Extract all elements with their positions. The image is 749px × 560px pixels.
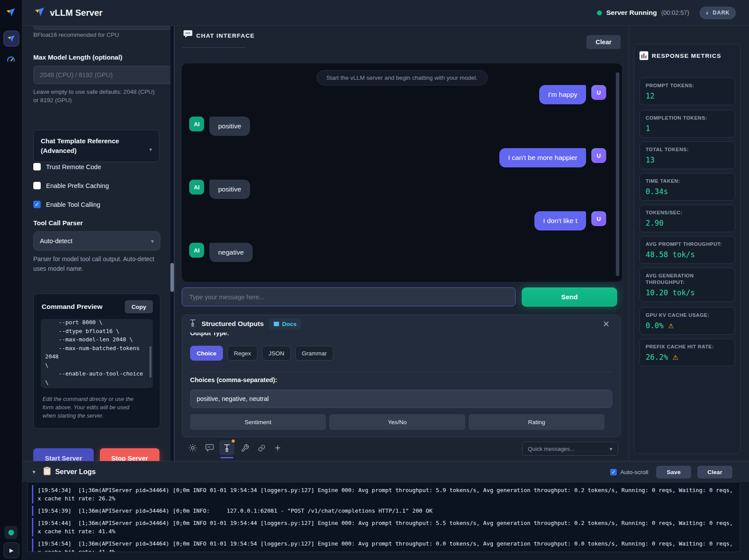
command-code: --port 8000 \ --dtype bfloat16 \ --max-m…	[41, 319, 153, 388]
ai-message-bubble: positive	[209, 117, 250, 136]
unchecked-checkbox-icon[interactable]	[33, 163, 41, 170]
preset-rating[interactable]: Rating	[469, 414, 604, 430]
metric-label: AVG GENERATION THROUGHPUT:	[646, 273, 729, 286]
rail-play-button[interactable]: ▶	[4, 542, 19, 558]
rail-status-button[interactable]	[4, 526, 18, 539]
server-logs-header: ▼ Server Logs ✓ Auto-scroll Save Clear	[22, 461, 749, 482]
docs-link[interactable]: Docs	[269, 319, 301, 330]
metric-value: 12	[646, 92, 729, 100]
quick-messages-value: Quick messages...	[528, 446, 575, 452]
add-icon[interactable]: +	[271, 441, 285, 455]
theme-toggle-button[interactable]: ◐ DARK	[700, 7, 736, 19]
link-icon[interactable]	[254, 441, 269, 455]
metric-value: 1	[646, 124, 729, 133]
output-type-json[interactable]: JSON	[262, 346, 291, 361]
metric-value: 26.2%⚠	[646, 353, 729, 362]
left-rail: ▶	[0, 0, 22, 560]
checkbox-label: Trust Remote Code	[46, 163, 101, 170]
metric-label: TIME TAKEN:	[646, 178, 729, 184]
book-icon	[273, 321, 279, 327]
vllm-server-app: BFloat16 recommended for CPU Max Model L…	[0, 0, 749, 560]
max-model-length-placeholder: 2048 (CPU) / 8192 (GPU)	[40, 71, 113, 78]
wrench-icon[interactable]	[238, 441, 252, 455]
chat-scrollbar[interactable]	[616, 72, 619, 276]
checkbox-trust-remote-code[interactable]: Trust Remote Code	[33, 163, 101, 170]
copy-button[interactable]: Copy	[125, 300, 153, 313]
user-avatar: U	[591, 148, 606, 163]
preset-yes-no[interactable]: Yes/No	[329, 414, 465, 430]
user-avatar: U	[591, 211, 606, 226]
tool-call-parser-value: Auto-detect	[40, 237, 72, 245]
server-logs-title: Server Logs	[55, 468, 95, 476]
quick-messages-select[interactable]: Quick messages... ▾	[522, 442, 618, 456]
close-icon[interactable]: ✕	[603, 319, 610, 329]
ai-avatar: AI	[189, 243, 204, 258]
chat-message-area[interactable]: Start the vLLM server and begin chatting…	[182, 64, 622, 282]
system-notice: Start the vLLM server and begin chatting…	[316, 70, 488, 85]
metric-label: PREFIX CACHE HIT RATE:	[646, 344, 729, 350]
metric-card: COMPLETION TOKENS:1	[639, 110, 735, 138]
metric-card: TIME TAKEN:0.34s	[639, 173, 735, 201]
chat-bubble-icon	[183, 30, 193, 39]
structured-outputs-title: Structured Outputs	[201, 320, 264, 328]
structured-outputs-toggle-icon[interactable]	[219, 440, 234, 455]
message-input[interactable]	[182, 287, 516, 306]
collapse-triangle-icon[interactable]: ▼	[32, 469, 36, 475]
preset-sentiment[interactable]: Sentiment	[190, 414, 326, 430]
max-model-length-label: Max Model Length (optional)	[33, 53, 122, 61]
chat-template-label: Chat Template Reference (Advanced)	[41, 137, 119, 154]
metric-value: 2.90	[646, 219, 729, 227]
main-scrollbar-track[interactable]	[170, 25, 174, 461]
chat-section-title: CHAT INTERFACE	[196, 32, 255, 39]
main-scrollbar-thumb[interactable]	[170, 263, 174, 292]
panel-divider	[174, 25, 175, 461]
logs-clear-button[interactable]: Clear	[697, 466, 732, 478]
log-entry: [19:54:54] [1;36m(APIServer pid=34464) […	[32, 539, 735, 552]
metric-label: GPU KV CACHE USAGE:	[646, 312, 729, 319]
checkbox-enable-prefix-caching[interactable]: Enable Prefix Caching	[33, 182, 109, 189]
max-model-length-input[interactable]: 2048 (CPU) / 8192 (GPU)	[33, 66, 173, 84]
chat-settings-icon[interactable]	[202, 441, 216, 455]
notification-dot	[232, 439, 235, 443]
status-dot	[597, 11, 602, 15]
logs-save-button[interactable]: Save	[656, 466, 691, 478]
server-logs-section: [19:54:34] [1;36m(APIServer pid=34464) […	[22, 482, 749, 560]
autoscroll-label: Auto-scroll	[620, 469, 648, 475]
user-message-bubble: I don't like t	[534, 211, 586, 230]
chat-clear-button[interactable]: Clear	[586, 35, 621, 49]
chat-template-collapsible[interactable]: Chat Template Reference (Advanced) ▼	[33, 130, 159, 162]
unchecked-checkbox-icon[interactable]	[33, 182, 41, 189]
output-type-regex[interactable]: Regex	[227, 346, 258, 361]
command-code-box[interactable]: --port 8000 \ --dtype bfloat16 \ --max-m…	[41, 319, 153, 388]
clipboard-icon	[43, 467, 51, 477]
checked-checkbox-icon[interactable]: ✓	[33, 201, 41, 208]
log-entry: [19:54:34] [1;36m(APIServer pid=34464) […	[32, 485, 735, 503]
choices-input[interactable]: positive, negative, neutral	[190, 390, 612, 408]
autoscroll-checkbox[interactable]: ✓	[610, 469, 617, 475]
send-button[interactable]: Send	[522, 287, 617, 307]
command-preview-title: Command Preview	[42, 303, 102, 311]
metrics-divider	[629, 25, 629, 461]
max-model-length-helper: Leave empty to use safe defaults: 2048 (…	[33, 88, 159, 104]
rail-item-metrics[interactable]	[7, 55, 15, 66]
metric-label: COMPLETION TOKENS:	[646, 115, 729, 121]
metric-card: AVG GENERATION THROUGHPUT:10.20 tok/s	[639, 268, 735, 302]
divider	[190, 372, 612, 372]
settings-gear-icon[interactable]	[186, 441, 200, 455]
server-logs-box[interactable]: [19:54:34] [1;36m(APIServer pid=34464) […	[27, 482, 740, 552]
tool-call-parser-select[interactable]: Auto-detect ▾	[33, 231, 160, 251]
active-tool-underline	[220, 457, 233, 458]
rail-item-server[interactable]	[4, 31, 19, 46]
response-metrics-panel: RESPONSE METRICS PROMPT TOKENS:12COMPLET…	[634, 44, 741, 454]
user-message-bubble: I'm happy	[539, 85, 586, 104]
output-type-choice[interactable]: Choice	[190, 346, 223, 361]
ai-message-bubble: positive	[209, 180, 250, 199]
app-header: vLLM Server Server Running (00:02:57) ◐ …	[22, 0, 749, 26]
dtype-note: BFloat16 recommended for CPU	[33, 32, 119, 38]
code-scrollbar[interactable]	[149, 346, 152, 378]
structured-outputs-icon	[189, 319, 196, 329]
output-type-grammar[interactable]: Grammar	[295, 346, 333, 361]
bar-chart-icon	[639, 51, 648, 62]
tool-call-parser-helper: Parser for model tool call output. Auto-…	[33, 254, 159, 273]
checkbox-enable-tool-calling[interactable]: ✓Enable Tool Calling	[33, 201, 100, 208]
